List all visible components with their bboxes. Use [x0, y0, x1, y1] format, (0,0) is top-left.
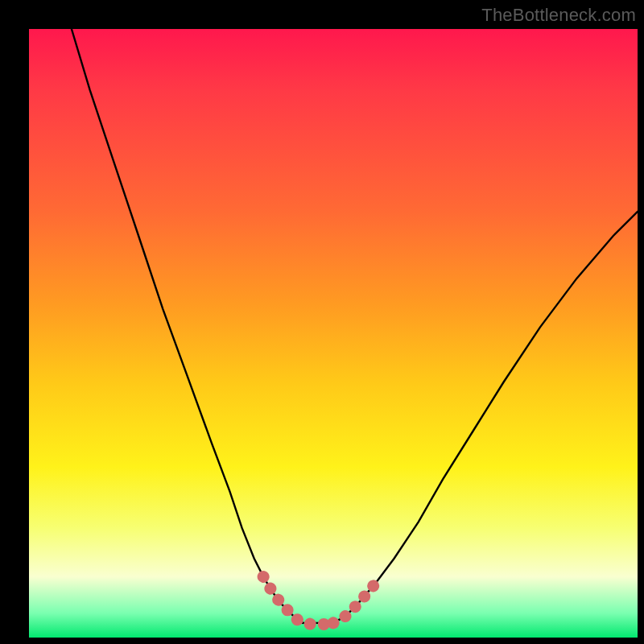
right-curve — [333, 212, 638, 623]
watermark-text: TheBottleneck.com — [481, 5, 636, 26]
curves-svg — [29, 29, 638, 638]
plot-area — [29, 29, 638, 638]
left-highlight — [263, 576, 330, 624]
chart-frame: TheBottleneck.com — [0, 0, 644, 644]
left-curve — [72, 29, 303, 623]
right-highlight — [333, 583, 376, 623]
